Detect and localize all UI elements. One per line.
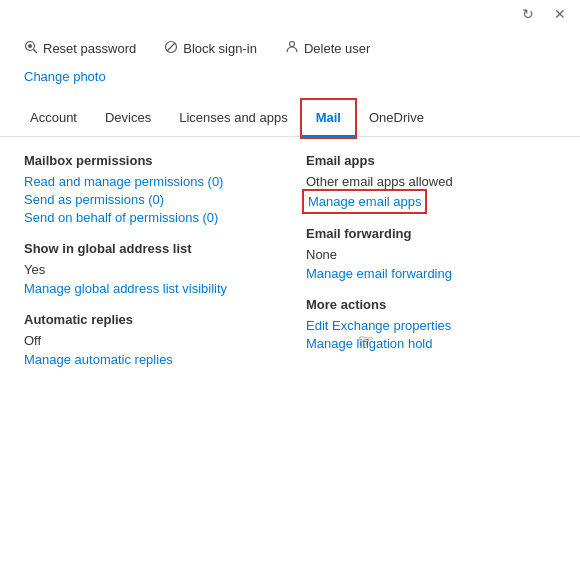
send-on-behalf-permissions-link[interactable]: Send on behalf of permissions (0) xyxy=(24,210,274,225)
email-apps-description: Other email apps allowed xyxy=(306,174,556,189)
manage-automatic-replies-link[interactable]: Manage automatic replies xyxy=(24,352,274,367)
svg-point-1 xyxy=(28,44,32,48)
manage-email-apps-link[interactable]: Manage email apps xyxy=(306,193,423,210)
svg-line-4 xyxy=(167,43,175,51)
read-manage-permissions-link[interactable]: Read and manage permissions (0) xyxy=(24,174,274,189)
tab-account[interactable]: Account xyxy=(16,100,91,137)
global-address-title: Show in global address list xyxy=(24,241,274,256)
main-content: Mailbox permissions Read and manage perm… xyxy=(0,137,580,370)
left-column: Mailbox permissions Read and manage perm… xyxy=(24,153,298,370)
tabs-bar: Account Devices Licenses and apps Mail O… xyxy=(0,100,580,137)
tab-mail[interactable]: Mail xyxy=(302,100,355,137)
automatic-replies-title: Automatic replies xyxy=(24,312,274,327)
tab-onedrive[interactable]: OneDrive xyxy=(355,100,438,137)
tab-licenses[interactable]: Licenses and apps xyxy=(165,100,301,137)
manage-email-apps-wrapper: Manage email apps xyxy=(306,193,423,210)
toolbar: Reset password Block sign-in Delete user xyxy=(0,24,580,69)
manage-litigation-hold-link[interactable]: Manage litigation hold xyxy=(306,336,556,351)
more-actions-title: More actions xyxy=(306,297,556,312)
close-button[interactable]: ✕ xyxy=(552,6,568,22)
refresh-button[interactable]: ↻ xyxy=(520,6,536,22)
change-photo-area: Change photo xyxy=(0,69,580,92)
email-forwarding-value: None xyxy=(306,247,556,262)
email-forwarding-title: Email forwarding xyxy=(306,226,556,241)
global-address-value: Yes xyxy=(24,262,274,277)
edit-exchange-properties-link[interactable]: Edit Exchange properties xyxy=(306,318,556,333)
block-sign-in-button[interactable]: Block sign-in xyxy=(164,40,257,57)
change-photo-link[interactable]: Change photo xyxy=(24,69,106,84)
delete-user-label: Delete user xyxy=(304,41,370,56)
delete-user-button[interactable]: Delete user xyxy=(285,40,370,57)
svg-line-2 xyxy=(34,50,38,54)
send-as-permissions-link[interactable]: Send as permissions (0) xyxy=(24,192,274,207)
svg-point-5 xyxy=(289,42,294,47)
delete-user-icon xyxy=(285,40,299,57)
reset-password-label: Reset password xyxy=(43,41,136,56)
right-column: Email apps Other email apps allowed Mana… xyxy=(298,153,556,370)
automatic-replies-value: Off xyxy=(24,333,274,348)
email-apps-title: Email apps xyxy=(306,153,556,168)
reset-password-button[interactable]: Reset password xyxy=(24,40,136,57)
tab-devices[interactable]: Devices xyxy=(91,100,165,137)
block-sign-in-label: Block sign-in xyxy=(183,41,257,56)
manage-global-address-link[interactable]: Manage global address list visibility xyxy=(24,281,274,296)
mailbox-permissions-title: Mailbox permissions xyxy=(24,153,274,168)
block-sign-in-icon xyxy=(164,40,178,57)
window-controls: ↻ ✕ xyxy=(520,6,568,22)
manage-email-forwarding-link[interactable]: Manage email forwarding xyxy=(306,266,556,281)
reset-password-icon xyxy=(24,40,38,57)
